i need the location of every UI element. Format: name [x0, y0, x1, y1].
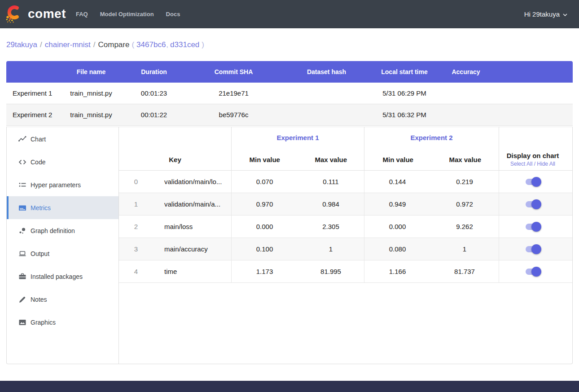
comet-logo-text: comet	[28, 7, 66, 21]
comet-logo[interactable]: comet	[4, 4, 66, 25]
metric-exp2-min-value: 0.144	[364, 171, 430, 193]
sidebar-item-graphics[interactable]: Graphics	[7, 311, 118, 334]
comparison-col-commit-sha: Commit SHA	[187, 68, 281, 75]
metric-exp2-min-value: 0.000	[364, 216, 430, 238]
breadcrumb-hash2-link[interactable]: d331ced	[170, 40, 199, 49]
metric-display-cell	[499, 171, 566, 193]
experiment2-max-header: Max value	[432, 148, 499, 170]
nav-link-docs[interactable]: Docs	[166, 11, 180, 18]
sidebar: ChartCodeHyper parametersMetricsGraph de…	[7, 127, 119, 364]
image-icon	[18, 318, 26, 326]
breadcrumb-hash1-link[interactable]: 3467bc6	[136, 40, 166, 49]
metric-row: 3main/accuracy0.10010.0801	[119, 238, 572, 260]
toggle-knob	[531, 222, 541, 232]
breadcrumb-comma: ,	[166, 40, 168, 49]
breadcrumb-current-page: Compare	[98, 40, 130, 49]
experiment-name: Experiment 1	[6, 89, 61, 97]
metrics-empty-area	[119, 283, 572, 364]
sidebar-item-label: Notes	[31, 296, 47, 303]
list-icon	[18, 181, 26, 189]
display-on-chart-toggle[interactable]	[526, 179, 540, 185]
code-icon	[18, 158, 26, 166]
comparison-col-local-start-time: Local start time	[373, 68, 436, 75]
metric-exp1-min-value: 0.970	[231, 193, 298, 215]
experiment-file-name: train_mnist.py	[61, 111, 121, 119]
toggle-knob	[531, 177, 541, 187]
comparison-rows: Experiment 1train_mnist.py00:01:2321e19e…	[6, 83, 573, 126]
experiment1-header: Experiment 1	[232, 127, 364, 148]
sidebar-item-chart[interactable]: Chart	[7, 128, 118, 150]
nav-link-model-optimization[interactable]: Model Optimization	[100, 11, 154, 18]
hide-all-link[interactable]: Hide All	[537, 161, 555, 167]
sidebar-item-hyper-parameters[interactable]: Hyper parameters	[7, 173, 118, 196]
key-column-header: Key	[119, 127, 231, 170]
breadcrumb-separator: /	[40, 40, 42, 49]
metric-display-cell	[499, 238, 566, 260]
metric-row-index: 0	[119, 178, 153, 185]
comet-logo-icon	[4, 4, 25, 25]
sidebar-item-label: Code	[31, 159, 45, 166]
nav-links: FAQ Model Optimization Docs	[76, 11, 180, 18]
metric-exp2-min-value: 0.080	[364, 238, 430, 260]
sidebar-item-output[interactable]: Output	[7, 242, 118, 265]
metric-exp1-max-value: 81.995	[298, 268, 364, 275]
metric-key: main/accuracy	[153, 245, 231, 253]
sidebar-item-notes[interactable]: Notes	[7, 288, 118, 311]
metric-row: 1validation/main/a...0.9700.9840.9490.97…	[119, 193, 572, 216]
metrics-section: Key Experiment 1 Min value Max value Exp…	[119, 127, 572, 364]
metric-exp1-max-value: 0.984	[298, 200, 364, 208]
briefcase-icon	[18, 273, 26, 281]
metric-key: time	[153, 268, 231, 275]
breadcrumb-project-link[interactable]: chainer-mnist	[45, 40, 91, 49]
metric-key: main/loss	[153, 223, 231, 230]
metrics-table-icon	[18, 204, 26, 212]
laptop-icon	[18, 250, 26, 258]
user-menu[interactable]: Hi 29takuya	[524, 10, 567, 18]
sidebar-item-label: Chart	[31, 136, 46, 143]
experiment-file-name: train_mnist.py	[61, 89, 121, 97]
breadcrumb-separator: /	[93, 40, 96, 49]
metric-row: 4time1.17381.9951.16681.737	[119, 260, 572, 283]
experiment1-column-group: Experiment 1 Min value Max value	[231, 127, 364, 170]
metric-row-index: 3	[119, 245, 153, 253]
metric-exp1-min-value: 0.070	[231, 171, 298, 193]
display-on-chart-toggle[interactable]	[526, 269, 540, 275]
main-panel: ChartCodeHyper parametersMetricsGraph de…	[6, 127, 573, 364]
metric-display-cell	[499, 193, 566, 215]
experiment-comparison-table: File name Duration Commit SHA Dataset ha…	[6, 61, 573, 126]
metric-exp2-min-value: 0.949	[364, 193, 430, 215]
metric-exp1-max-value: 0.111	[298, 178, 364, 185]
sidebar-item-metrics[interactable]: Metrics	[7, 196, 118, 219]
sidebar-item-code[interactable]: Code	[7, 150, 118, 173]
experiment-name: Experiment 2	[6, 111, 61, 119]
comparison-col-dataset-hash: Dataset hash	[281, 68, 373, 75]
metric-key: validation/main/a...	[153, 200, 231, 208]
metric-exp1-max-value: 1	[298, 245, 364, 253]
metric-exp2-max-value: 0.219	[430, 178, 499, 185]
experiment2-column-group: Experiment 2 Min value Max value	[364, 127, 499, 170]
sidebar-item-installed-packages[interactable]: Installed packages	[7, 265, 118, 288]
breadcrumb-user-link[interactable]: 29takuya	[6, 40, 37, 49]
sidebar-item-graph-definition[interactable]: Graph definition	[7, 219, 118, 242]
experiment1-min-header: Min value	[232, 148, 298, 170]
sidebar-item-label: Graphics	[31, 319, 56, 326]
display-on-chart-toggle[interactable]	[526, 201, 540, 207]
user-greeting: Hi 29takuya	[524, 10, 560, 18]
line-chart-icon	[18, 135, 26, 143]
metric-exp2-max-value: 9.262	[430, 223, 499, 230]
metric-row-index: 2	[119, 223, 153, 230]
display-on-chart-toggle[interactable]	[526, 224, 540, 230]
experiment-row: Experiment 1train_mnist.py00:01:2321e19e…	[6, 83, 573, 104]
breadcrumb-open-paren: (	[132, 40, 134, 49]
sidebar-item-label: Metrics	[31, 204, 51, 211]
metrics-rows: 0validation/main/lo...0.0700.1110.1440.2…	[119, 171, 572, 283]
display-on-chart-toggle[interactable]	[526, 246, 540, 252]
metric-exp2-min-value: 1.166	[364, 260, 430, 282]
experiment-duration: 00:01:22	[121, 111, 187, 119]
nav-link-faq[interactable]: FAQ	[76, 11, 88, 18]
links-separator: /	[532, 161, 537, 167]
sidebar-item-label: Graph definition	[31, 227, 75, 234]
experiment-local-start-time: 5/31 06:32 PM	[373, 111, 436, 119]
select-all-link[interactable]: Select All	[510, 161, 532, 167]
experiment2-min-header: Min value	[364, 148, 432, 170]
